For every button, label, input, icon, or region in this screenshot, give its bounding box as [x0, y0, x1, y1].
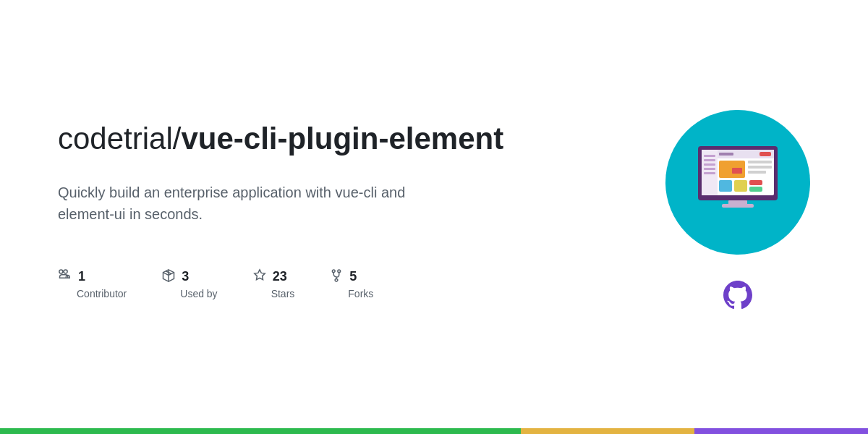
- svg-point-2: [335, 278, 338, 281]
- svg-point-1: [338, 270, 341, 273]
- svg-rect-22: [749, 180, 762, 185]
- stat-top-used-by: 3: [161, 268, 189, 285]
- stat-used-by[interactable]: 3 Used by: [161, 268, 217, 299]
- repo-description: Quickly build an enterprise application …: [58, 182, 463, 225]
- bottom-bar: [0, 428, 868, 434]
- used-by-count: 3: [182, 269, 189, 284]
- people-icon: [58, 268, 72, 285]
- svg-rect-16: [732, 168, 742, 174]
- svg-rect-9: [704, 163, 715, 166]
- left-section: codetrial/vue-cli-plugin-element Quickly…: [58, 120, 550, 299]
- bar-green: [0, 428, 521, 434]
- contributors-label: Contributor: [77, 288, 127, 299]
- package-icon: [161, 268, 176, 285]
- forks-count: 5: [349, 269, 357, 284]
- svg-rect-17: [748, 161, 772, 163]
- repo-name: vue-cli-plugin-element: [181, 122, 503, 156]
- monitor-svg: [687, 132, 788, 233]
- stat-stars[interactable]: 23 Stars: [252, 268, 295, 299]
- svg-rect-14: [760, 152, 771, 156]
- forks-label: Forks: [348, 288, 373, 299]
- stat-top-forks: 5: [329, 268, 357, 285]
- svg-point-0: [333, 270, 336, 273]
- svg-rect-7: [704, 155, 715, 157]
- stat-contributors[interactable]: 1 Contributor: [58, 268, 127, 299]
- stars-label: Stars: [271, 288, 295, 299]
- monitor-illustration: [665, 110, 810, 255]
- svg-rect-25: [722, 204, 754, 208]
- fork-icon: [329, 268, 344, 285]
- main-card: codetrial/vue-cli-plugin-element Quickly…: [0, 0, 868, 405]
- used-by-label: Used by: [180, 288, 217, 299]
- svg-rect-21: [734, 180, 747, 192]
- repo-title[interactable]: codetrial/vue-cli-plugin-element: [58, 120, 550, 158]
- stat-top-stars: 23: [252, 268, 287, 285]
- bar-yellow: [521, 428, 694, 434]
- stars-count: 23: [273, 269, 287, 284]
- svg-rect-20: [719, 180, 732, 192]
- svg-rect-19: [748, 171, 766, 174]
- repo-owner: codetrial/: [58, 122, 181, 156]
- github-logo: [723, 281, 752, 310]
- stat-forks[interactable]: 5 Forks: [329, 268, 373, 299]
- svg-rect-23: [749, 187, 762, 192]
- right-section: [665, 110, 810, 310]
- stats-row: 1 Contributor 3 Used by: [58, 268, 550, 299]
- svg-rect-18: [748, 166, 772, 169]
- contributors-count: 1: [78, 269, 85, 284]
- svg-rect-10: [704, 168, 715, 170]
- svg-rect-13: [719, 153, 733, 156]
- bar-purple: [694, 428, 868, 434]
- stat-top-contributors: 1: [58, 268, 85, 285]
- svg-rect-8: [704, 159, 715, 161]
- star-icon: [252, 268, 267, 285]
- svg-rect-11: [704, 172, 715, 174]
